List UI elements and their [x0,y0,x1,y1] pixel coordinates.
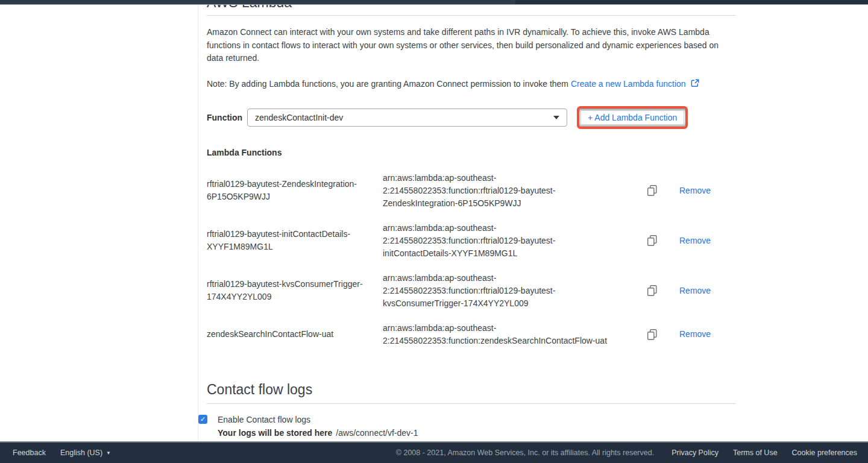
copy-arn-button[interactable] [647,235,658,247]
cookie-preferences-link[interactable]: Cookie preferences [792,449,857,457]
lambda-row: zendeskSearchInContactFlow-uat arn:aws:l… [207,322,736,347]
copy-arn-button[interactable] [647,285,658,297]
lambda-functions-heading: Lambda Functions [207,148,736,157]
logs-storage-line: Your logs will be stored here/aws/connec… [218,427,418,439]
function-dropdown-value: zendeskContactInit-dev [255,113,343,122]
contact-flow-logs-section: Contact flow logs ✓ Enable Contact flow … [207,381,736,439]
note-text: Note: By adding Lambda functions, you ar… [207,79,571,89]
chevron-down-icon [553,116,559,119]
lambda-name: rftrial0129-bayutest-ZendeskIntegration-… [207,178,370,203]
footer-links: Privacy Policy Terms of Use Cookie prefe… [671,449,857,457]
remove-lambda-link[interactable]: Remove [679,235,711,247]
lambda-name: zendeskSearchInContactFlow-uat [207,328,370,341]
copy-arn-button[interactable] [647,184,658,197]
lambda-name: rftrial0129-bayutest-initContactDetails-… [207,228,370,253]
aws-lambda-section: AWS Lambda Amazon Connect can interact w… [207,0,736,347]
lambda-description: Amazon Connect can interact with your ow… [207,26,732,65]
settings-content: AWS Lambda Amazon Connect can interact w… [198,0,868,441]
privacy-policy-link[interactable]: Privacy Policy [671,449,719,457]
lambda-name: rftrial0129-bayutest-kvsConsumerTrigger-… [207,278,370,303]
section-divider [207,403,736,404]
function-dropdown[interactable]: zendeskContactInit-dev [247,109,567,127]
add-lambda-highlight-box: + Add Lambda Function [577,106,688,129]
terms-of-use-link[interactable]: Terms of Use [733,449,778,457]
contact-flow-logs-title: Contact flow logs [207,381,736,398]
lambda-functions-list: rftrial0129-bayutest-ZendeskIntegration-… [207,172,736,347]
feedback-button[interactable]: Feedback [13,449,46,457]
top-strip-highlight [0,0,515,4]
logs-storage-path: /aws/connect/vf-dev-1 [336,428,418,438]
remove-lambda-link[interactable]: Remove [679,184,711,197]
copy-icon [647,184,658,197]
copy-icon [647,235,658,247]
external-link-icon [690,78,700,88]
enable-logs-checkbox[interactable]: ✓ [198,415,207,424]
enable-logs-label: Enable Contact flow logs [218,414,418,426]
lambda-arn: arn:aws:lambda:ap-southeast-2:2145580223… [383,172,613,210]
lambda-row: rftrial0129-bayutest-initContactDetails-… [207,222,736,260]
lambda-arn: arn:aws:lambda:ap-southeast-2:2145580223… [383,322,613,347]
logs-text-block: Enable Contact flow logs Your logs will … [218,414,418,439]
remove-lambda-link[interactable]: Remove [679,328,711,341]
create-lambda-function-link[interactable]: Create a new Lambda function [571,79,686,89]
function-label: Function [207,113,244,122]
language-selector[interactable]: English (US)▼ [60,449,111,457]
console-footer: Feedback English (US)▼ © 2008 - 2021, Am… [0,441,868,463]
lambda-arn: arn:aws:lambda:ap-southeast-2:2145580223… [383,272,613,310]
lambda-row: rftrial0129-bayutest-kvsConsumerTrigger-… [207,272,736,310]
add-lambda-function-button[interactable]: + Add Lambda Function [580,110,684,125]
copy-arn-button[interactable] [647,329,658,341]
lambda-arn: arn:aws:lambda:ap-southeast-2:2145580223… [383,222,613,260]
footer-left: Feedback English (US)▼ [13,449,111,457]
lambda-row: rftrial0129-bayutest-ZendeskIntegration-… [207,172,736,210]
language-label: English (US) [60,449,102,457]
function-selector-row: Function zendeskContactInit-dev + Add La… [207,106,736,129]
logs-storage-label: Your logs will be stored here [218,428,332,438]
remove-lambda-link[interactable]: Remove [679,285,711,297]
section-divider [207,15,736,16]
browser-top-strip [0,0,868,5]
copy-icon [647,285,658,297]
lambda-note: Note: By adding Lambda functions, you ar… [207,78,736,90]
copy-icon [647,329,658,341]
chevron-down-icon: ▼ [106,450,111,456]
copyright-text: © 2008 - 2021, Amazon Web Services, Inc.… [396,449,654,457]
